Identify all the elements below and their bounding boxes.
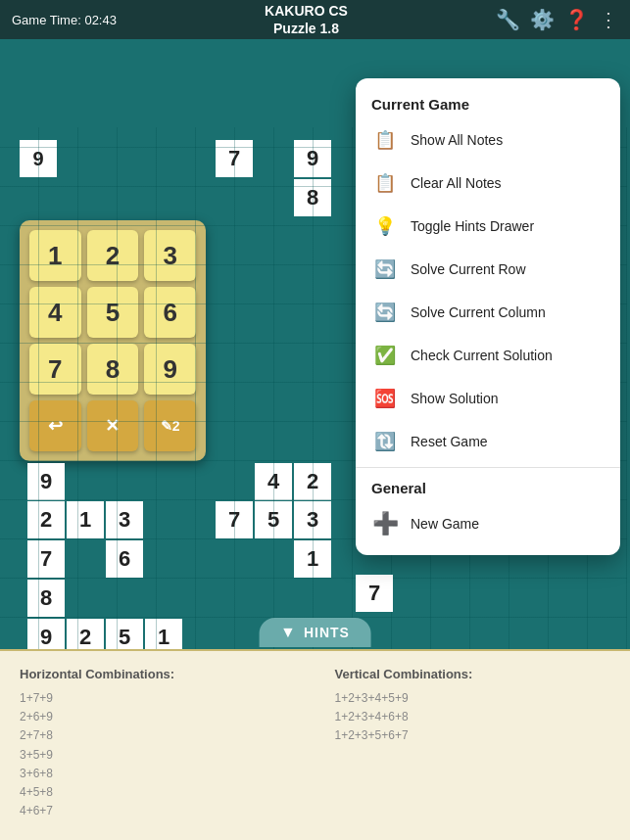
cell-value[interactable]: 1 bbox=[145, 619, 182, 651]
solve-row-icon: 🔄 bbox=[371, 256, 399, 283]
menu-item-solve-row[interactable]: 🔄 Solve Current Row bbox=[356, 248, 620, 291]
menu-item-toggle-hints[interactable]: 💡 Toggle Hints Drawer bbox=[356, 205, 620, 248]
cell-value[interactable]: 7 bbox=[216, 140, 253, 177]
cell-value[interactable]: 7 bbox=[216, 501, 253, 538]
cell-value[interactable]: 9 bbox=[294, 140, 331, 177]
show-notes-icon: 📋 bbox=[371, 126, 399, 154]
cell-value[interactable]: 6 bbox=[106, 540, 143, 578]
context-menu: Current Game 📋 Show All Notes 📋 Clear Al… bbox=[356, 78, 620, 555]
numpad-7[interactable]: 7 bbox=[29, 344, 81, 395]
cell-value[interactable]: 9 bbox=[20, 140, 57, 177]
show-notes-label: Show All Notes bbox=[411, 132, 503, 148]
gear-icon[interactable]: ⚙️ bbox=[530, 8, 555, 31]
cell-value[interactable]: 7 bbox=[27, 540, 65, 578]
cell-value[interactable]: 8 bbox=[27, 580, 65, 617]
cell-value[interactable]: 9 bbox=[27, 619, 65, 651]
show-solution-label: Show Solution bbox=[411, 391, 499, 406]
cell-value[interactable]: 5 bbox=[255, 501, 292, 538]
menu-section-general: General bbox=[356, 472, 620, 502]
check-solution-label: Check Current Solution bbox=[411, 348, 553, 363]
show-solution-icon: 🆘 bbox=[371, 385, 399, 412]
toggle-hints-icon: 💡 bbox=[371, 212, 399, 240]
menu-item-reset-game[interactable]: 🔃 Reset Game bbox=[356, 420, 620, 463]
wrench-icon[interactable]: 🔧 bbox=[496, 8, 520, 31]
menu-item-new-game[interactable]: ➕ New Game bbox=[356, 502, 620, 545]
hints-vertical-title: Vertical Combinations: bbox=[335, 667, 611, 681]
numpad-1[interactable]: 1 bbox=[29, 230, 81, 281]
cell-value[interactable]: 7 bbox=[356, 575, 393, 612]
menu-item-clear-notes[interactable]: 📋 Clear All Notes bbox=[356, 162, 620, 205]
puzzle-grid-left[interactable]: 9 7 9 8 1 2 3 4 5 6 7 8 9 ↩ ✕ ✎2 9 2 1 3 bbox=[0, 83, 363, 651]
numpad-8[interactable]: 8 bbox=[87, 344, 139, 395]
numpad-5[interactable]: 5 bbox=[87, 287, 139, 338]
numpad-clear[interactable]: ✕ bbox=[87, 400, 139, 451]
header: Game Time: 02:43 KAKURO CS Puzzle 1.8 🔧 … bbox=[0, 0, 630, 39]
hints-tab-label: HINTS bbox=[304, 625, 350, 640]
hints-drawer: ▼ HINTS Horizontal Combinations: 1+7+9 2… bbox=[0, 649, 630, 840]
check-solution-icon: ✅ bbox=[371, 342, 399, 369]
cell-value[interactable]: 3 bbox=[294, 501, 331, 538]
cell-value[interactable]: 1 bbox=[294, 540, 331, 578]
hints-tab-icon: ▼ bbox=[280, 624, 296, 641]
cell-value[interactable]: 1 bbox=[67, 501, 104, 538]
cell-value[interactable]: 2 bbox=[67, 619, 104, 651]
numpad-6[interactable]: 6 bbox=[144, 287, 196, 338]
cell-value[interactable]: 5 bbox=[106, 619, 143, 651]
hints-horizontal-combos: 1+7+9 2+6+9 2+7+8 3+5+9 3+6+8 4+5+8 4+6+… bbox=[20, 689, 296, 820]
clear-notes-label: Clear All Notes bbox=[411, 175, 502, 191]
reset-game-icon: 🔃 bbox=[371, 428, 399, 455]
menu-divider bbox=[356, 467, 620, 468]
cell-value[interactable]: 4 bbox=[255, 463, 292, 500]
new-game-icon: ➕ bbox=[371, 510, 399, 537]
numpad-2[interactable]: 2 bbox=[87, 230, 139, 281]
numpad-9[interactable]: 9 bbox=[144, 344, 196, 395]
hints-horizontal-title: Horizontal Combinations: bbox=[20, 667, 296, 681]
toggle-hints-label: Toggle Hints Drawer bbox=[411, 218, 534, 234]
cell-value[interactable]: 2 bbox=[27, 501, 65, 538]
solve-col-icon: 🔄 bbox=[371, 299, 399, 326]
menu-item-show-solution[interactable]: 🆘 Show Solution bbox=[356, 377, 620, 420]
menu-section-current: Current Game bbox=[356, 92, 620, 118]
reset-game-label: Reset Game bbox=[411, 434, 488, 449]
menu-item-show-notes[interactable]: 📋 Show All Notes bbox=[356, 118, 620, 162]
header-actions: 🔧 ⚙️ ❓ ⋮ bbox=[496, 8, 618, 31]
hints-content: Horizontal Combinations: 1+7+9 2+6+9 2+7… bbox=[0, 651, 630, 836]
solve-col-label: Solve Current Column bbox=[411, 304, 546, 320]
number-pad: 1 2 3 4 5 6 7 8 9 ↩ ✕ ✎2 bbox=[20, 220, 206, 461]
numpad-4[interactable]: 4 bbox=[29, 287, 81, 338]
game-area: 9 7 9 8 1 2 3 4 5 6 7 8 9 ↩ ✕ ✎2 9 2 1 3 bbox=[0, 39, 630, 651]
clear-notes-icon: 📋 bbox=[371, 169, 399, 197]
numpad-note[interactable]: ✎2 bbox=[144, 400, 196, 451]
new-game-label: New Game bbox=[411, 516, 479, 532]
question-icon[interactable]: ❓ bbox=[564, 8, 589, 31]
cell-value[interactable]: 9 bbox=[27, 463, 65, 500]
solve-row-label: Solve Current Row bbox=[411, 261, 526, 277]
cell-value[interactable]: 8 bbox=[294, 179, 331, 216]
more-icon[interactable]: ⋮ bbox=[599, 8, 618, 31]
hints-vertical: Vertical Combinations: 1+2+3+4+5+9 1+2+3… bbox=[335, 667, 611, 820]
game-timer: Game Time: 02:43 bbox=[12, 13, 117, 27]
numpad-3[interactable]: 3 bbox=[144, 230, 196, 281]
cell-value[interactable]: 2 bbox=[294, 463, 331, 500]
numpad-undo[interactable]: ↩ bbox=[29, 400, 81, 451]
hints-tab[interactable]: ▼ HINTS bbox=[259, 618, 371, 647]
game-title: KAKURO CS Puzzle 1.8 bbox=[265, 2, 348, 37]
menu-item-solve-col[interactable]: 🔄 Solve Current Column bbox=[356, 291, 620, 334]
hints-horizontal: Horizontal Combinations: 1+7+9 2+6+9 2+7… bbox=[20, 667, 296, 820]
cell-value[interactable]: 3 bbox=[106, 501, 143, 538]
menu-item-check-solution[interactable]: ✅ Check Current Solution bbox=[356, 334, 620, 377]
hints-vertical-combos: 1+2+3+4+5+9 1+2+3+4+6+8 1+2+3+5+6+7 bbox=[335, 689, 611, 746]
